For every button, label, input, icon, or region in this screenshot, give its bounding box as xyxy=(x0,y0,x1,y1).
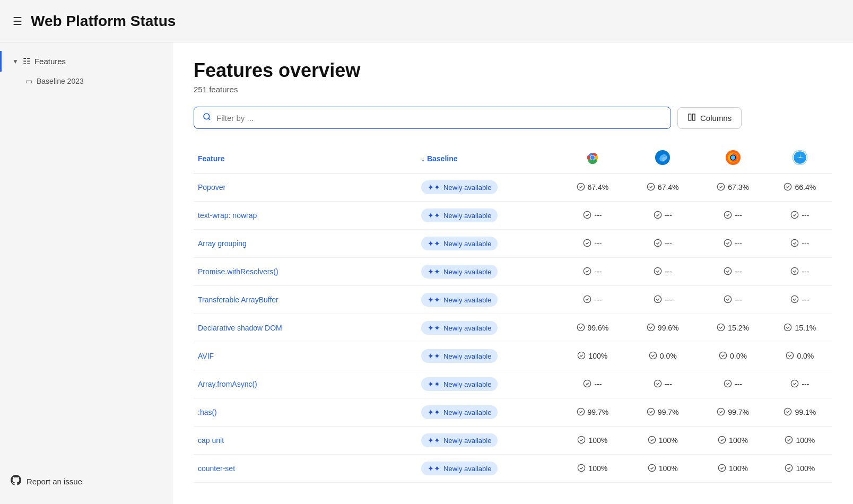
svg-point-44 xyxy=(785,324,791,331)
svg-point-43 xyxy=(718,324,725,331)
chrome-value: --- xyxy=(583,379,602,389)
sparkle-icon: ✦✦ xyxy=(428,464,440,473)
safari-value: 100% xyxy=(785,436,815,446)
feature-name-cell[interactable]: :has() xyxy=(194,398,417,427)
features-table: Feature ↓ Baseline xyxy=(194,144,832,483)
firefox-cell: 15.2% xyxy=(698,314,768,342)
edge-cell: --- xyxy=(628,230,698,258)
svg-point-28 xyxy=(791,211,798,218)
svg-point-47 xyxy=(719,352,726,359)
chrome-cell: 99.6% xyxy=(558,314,628,342)
newly-available-badge: ✦✦ Newly available xyxy=(421,208,498,222)
firefox-value: --- xyxy=(724,267,742,277)
baseline-cell: ✦✦ Newly available xyxy=(417,314,558,342)
svg-point-32 xyxy=(791,239,798,246)
sidebar-report-issue[interactable]: Report an issue xyxy=(0,467,172,496)
feature-name-cell[interactable]: Declarative shadow DOM xyxy=(194,314,417,342)
svg-point-38 xyxy=(654,296,661,302)
page-title: Features overview xyxy=(194,59,832,82)
firefox-value: 67.3% xyxy=(717,183,749,193)
firefox-value: 100% xyxy=(718,436,748,446)
svg-point-45 xyxy=(578,352,585,359)
firefox-value: --- xyxy=(724,211,742,221)
safari-cell: --- xyxy=(768,286,832,314)
sparkle-icon: ✦✦ xyxy=(428,324,440,332)
svg-point-53 xyxy=(577,408,584,415)
svg-point-60 xyxy=(786,436,793,443)
table-row: cap unit ✦✦ Newly available 100% 100% xyxy=(194,427,832,455)
safari-value: --- xyxy=(790,239,809,249)
feature-name-cell[interactable]: cap unit xyxy=(194,427,417,455)
svg-point-63 xyxy=(718,464,725,471)
grid-icon: ☷ xyxy=(23,56,30,66)
col-header-baseline[interactable]: ↓ Baseline xyxy=(417,144,558,173)
firefox-cell: 99.7% xyxy=(698,398,768,427)
filter-input[interactable] xyxy=(216,114,662,123)
safari-value: --- xyxy=(790,211,809,221)
svg-point-51 xyxy=(724,380,731,387)
filter-input-wrapper xyxy=(194,107,671,129)
feature-name-cell[interactable]: Popover xyxy=(194,173,417,202)
newly-available-badge: ✦✦ Newly available xyxy=(421,377,498,391)
table-row: text-wrap: nowrap ✦✦ Newly available ---… xyxy=(194,202,832,230)
chrome-value: 100% xyxy=(577,464,607,474)
svg-point-40 xyxy=(791,296,798,302)
chrome-cell: 100% xyxy=(558,455,628,483)
safari-value: 99.1% xyxy=(784,407,816,418)
edge-cell: 99.6% xyxy=(628,314,698,342)
svg-point-61 xyxy=(578,464,585,471)
firefox-cell: --- xyxy=(698,258,768,286)
svg-point-37 xyxy=(584,296,591,302)
feature-name-cell[interactable]: Promise.withResolvers() xyxy=(194,258,417,286)
chrome-cell: --- xyxy=(558,370,628,398)
firefox-cell: --- xyxy=(698,370,768,398)
columns-icon xyxy=(687,113,696,123)
firefox-value: 100% xyxy=(718,464,748,474)
svg-point-49 xyxy=(584,380,591,387)
feature-name-cell[interactable]: Array grouping xyxy=(194,230,417,258)
firefox-cell: --- xyxy=(698,286,768,314)
table-row: Popover ✦✦ Newly available 67.4% 67.4% xyxy=(194,173,832,202)
columns-button[interactable]: Columns xyxy=(677,107,742,129)
newly-available-badge: ✦✦ Newly available xyxy=(421,180,498,194)
col-header-feature[interactable]: Feature xyxy=(194,144,417,173)
chrome-value: --- xyxy=(583,267,602,277)
sidebar-item-baseline2023[interactable]: ▭ Baseline 2023 xyxy=(0,72,172,91)
chrome-value: --- xyxy=(583,211,602,221)
feature-name-cell[interactable]: Array.fromAsync() xyxy=(194,370,417,398)
feature-name-cell[interactable]: text-wrap: nowrap xyxy=(194,202,417,230)
sparkle-icon: ✦✦ xyxy=(428,183,440,192)
bookmark-icon: ▭ xyxy=(25,77,32,85)
feature-name-cell[interactable]: AVIF xyxy=(194,342,417,370)
svg-point-59 xyxy=(718,436,725,443)
chrome-value: --- xyxy=(583,239,602,249)
edge-cell: 0.0% xyxy=(628,342,698,370)
edge-cell: 67.4% xyxy=(628,173,698,202)
menu-icon[interactable]: ☰ xyxy=(13,15,22,28)
newly-available-label: Newly available xyxy=(443,212,491,220)
sparkle-icon: ✦✦ xyxy=(428,267,440,276)
baseline-cell: ✦✦ Newly available xyxy=(417,202,558,230)
chrome-cell: 99.7% xyxy=(558,398,628,427)
feature-count: 251 features xyxy=(194,85,832,94)
col-header-edge xyxy=(628,144,698,173)
feature-name-cell[interactable]: counter-set xyxy=(194,455,417,483)
newly-available-label: Newly available xyxy=(443,465,491,473)
chrome-cell: 67.4% xyxy=(558,173,628,202)
svg-point-20 xyxy=(799,157,800,158)
search-icon xyxy=(203,112,211,123)
sparkle-icon: ✦✦ xyxy=(428,380,440,388)
firefox-cell: --- xyxy=(698,230,768,258)
firefox-cell: 0.0% xyxy=(698,342,768,370)
feature-name-cell[interactable]: Transferable ArrayBuffer xyxy=(194,286,417,314)
table-body: Popover ✦✦ Newly available 67.4% 67.4% xyxy=(194,173,832,483)
newly-available-badge: ✦✦ Newly available xyxy=(421,265,498,279)
sidebar-item-features[interactable]: ▼ ☷ Features xyxy=(0,51,172,72)
sidebar: ▼ ☷ Features ▭ Baseline 2023 Report an i… xyxy=(0,42,172,504)
svg-point-21 xyxy=(577,183,584,190)
svg-point-12 xyxy=(731,155,735,160)
edge-value: 67.4% xyxy=(647,183,679,193)
baseline-cell: ✦✦ Newly available xyxy=(417,398,558,427)
table-row: Transferable ArrayBuffer ✦✦ Newly availa… xyxy=(194,286,832,314)
firefox-value: 0.0% xyxy=(719,351,747,361)
